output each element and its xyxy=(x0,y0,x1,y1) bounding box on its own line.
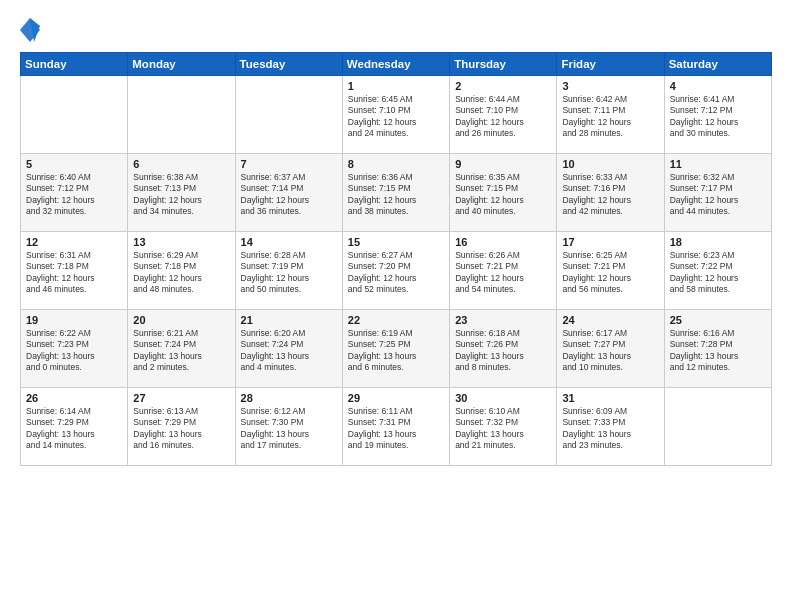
day-cell-26: 26Sunrise: 6:14 AM Sunset: 7:29 PM Dayli… xyxy=(21,388,128,466)
day-info: Sunrise: 6:31 AM Sunset: 7:18 PM Dayligh… xyxy=(26,250,122,296)
day-number: 3 xyxy=(562,80,658,92)
day-number: 24 xyxy=(562,314,658,326)
week-row-4: 19Sunrise: 6:22 AM Sunset: 7:23 PM Dayli… xyxy=(21,310,772,388)
day-number: 25 xyxy=(670,314,766,326)
day-info: Sunrise: 6:29 AM Sunset: 7:18 PM Dayligh… xyxy=(133,250,229,296)
day-cell-13: 13Sunrise: 6:29 AM Sunset: 7:18 PM Dayli… xyxy=(128,232,235,310)
day-info: Sunrise: 6:27 AM Sunset: 7:20 PM Dayligh… xyxy=(348,250,444,296)
day-info: Sunrise: 6:13 AM Sunset: 7:29 PM Dayligh… xyxy=(133,406,229,452)
day-info: Sunrise: 6:32 AM Sunset: 7:17 PM Dayligh… xyxy=(670,172,766,218)
day-cell-1: 1Sunrise: 6:45 AM Sunset: 7:10 PM Daylig… xyxy=(342,76,449,154)
day-cell-28: 28Sunrise: 6:12 AM Sunset: 7:30 PM Dayli… xyxy=(235,388,342,466)
empty-cell xyxy=(235,76,342,154)
day-info: Sunrise: 6:10 AM Sunset: 7:32 PM Dayligh… xyxy=(455,406,551,452)
day-info: Sunrise: 6:40 AM Sunset: 7:12 PM Dayligh… xyxy=(26,172,122,218)
day-cell-18: 18Sunrise: 6:23 AM Sunset: 7:22 PM Dayli… xyxy=(664,232,771,310)
day-cell-25: 25Sunrise: 6:16 AM Sunset: 7:28 PM Dayli… xyxy=(664,310,771,388)
day-info: Sunrise: 6:09 AM Sunset: 7:33 PM Dayligh… xyxy=(562,406,658,452)
empty-cell xyxy=(128,76,235,154)
empty-cell xyxy=(21,76,128,154)
day-info: Sunrise: 6:41 AM Sunset: 7:12 PM Dayligh… xyxy=(670,94,766,140)
weekday-header-saturday: Saturday xyxy=(664,53,771,76)
day-info: Sunrise: 6:20 AM Sunset: 7:24 PM Dayligh… xyxy=(241,328,337,374)
weekday-header-sunday: Sunday xyxy=(21,53,128,76)
day-info: Sunrise: 6:18 AM Sunset: 7:26 PM Dayligh… xyxy=(455,328,551,374)
day-info: Sunrise: 6:45 AM Sunset: 7:10 PM Dayligh… xyxy=(348,94,444,140)
day-info: Sunrise: 6:26 AM Sunset: 7:21 PM Dayligh… xyxy=(455,250,551,296)
day-number: 14 xyxy=(241,236,337,248)
day-info: Sunrise: 6:44 AM Sunset: 7:10 PM Dayligh… xyxy=(455,94,551,140)
weekday-header-friday: Friday xyxy=(557,53,664,76)
day-cell-30: 30Sunrise: 6:10 AM Sunset: 7:32 PM Dayli… xyxy=(450,388,557,466)
calendar-table: SundayMondayTuesdayWednesdayThursdayFrid… xyxy=(20,52,772,466)
day-info: Sunrise: 6:22 AM Sunset: 7:23 PM Dayligh… xyxy=(26,328,122,374)
day-number: 18 xyxy=(670,236,766,248)
day-cell-27: 27Sunrise: 6:13 AM Sunset: 7:29 PM Dayli… xyxy=(128,388,235,466)
day-info: Sunrise: 6:19 AM Sunset: 7:25 PM Dayligh… xyxy=(348,328,444,374)
day-cell-21: 21Sunrise: 6:20 AM Sunset: 7:24 PM Dayli… xyxy=(235,310,342,388)
day-number: 8 xyxy=(348,158,444,170)
day-number: 10 xyxy=(562,158,658,170)
day-number: 19 xyxy=(26,314,122,326)
day-info: Sunrise: 6:36 AM Sunset: 7:15 PM Dayligh… xyxy=(348,172,444,218)
day-info: Sunrise: 6:16 AM Sunset: 7:28 PM Dayligh… xyxy=(670,328,766,374)
weekday-header-monday: Monday xyxy=(128,53,235,76)
day-cell-10: 10Sunrise: 6:33 AM Sunset: 7:16 PM Dayli… xyxy=(557,154,664,232)
header xyxy=(20,16,772,44)
logo-icon xyxy=(20,16,40,44)
day-cell-17: 17Sunrise: 6:25 AM Sunset: 7:21 PM Dayli… xyxy=(557,232,664,310)
day-number: 23 xyxy=(455,314,551,326)
day-cell-24: 24Sunrise: 6:17 AM Sunset: 7:27 PM Dayli… xyxy=(557,310,664,388)
day-info: Sunrise: 6:38 AM Sunset: 7:13 PM Dayligh… xyxy=(133,172,229,218)
weekday-header-thursday: Thursday xyxy=(450,53,557,76)
day-cell-3: 3Sunrise: 6:42 AM Sunset: 7:11 PM Daylig… xyxy=(557,76,664,154)
day-number: 11 xyxy=(670,158,766,170)
weekday-header-tuesday: Tuesday xyxy=(235,53,342,76)
day-number: 1 xyxy=(348,80,444,92)
day-number: 16 xyxy=(455,236,551,248)
day-number: 6 xyxy=(133,158,229,170)
day-number: 17 xyxy=(562,236,658,248)
day-cell-9: 9Sunrise: 6:35 AM Sunset: 7:15 PM Daylig… xyxy=(450,154,557,232)
day-cell-14: 14Sunrise: 6:28 AM Sunset: 7:19 PM Dayli… xyxy=(235,232,342,310)
day-cell-19: 19Sunrise: 6:22 AM Sunset: 7:23 PM Dayli… xyxy=(21,310,128,388)
day-cell-23: 23Sunrise: 6:18 AM Sunset: 7:26 PM Dayli… xyxy=(450,310,557,388)
day-number: 13 xyxy=(133,236,229,248)
day-cell-11: 11Sunrise: 6:32 AM Sunset: 7:17 PM Dayli… xyxy=(664,154,771,232)
day-number: 7 xyxy=(241,158,337,170)
day-number: 15 xyxy=(348,236,444,248)
day-number: 4 xyxy=(670,80,766,92)
week-row-2: 5Sunrise: 6:40 AM Sunset: 7:12 PM Daylig… xyxy=(21,154,772,232)
week-row-5: 26Sunrise: 6:14 AM Sunset: 7:29 PM Dayli… xyxy=(21,388,772,466)
page: SundayMondayTuesdayWednesdayThursdayFrid… xyxy=(0,0,792,612)
day-info: Sunrise: 6:33 AM Sunset: 7:16 PM Dayligh… xyxy=(562,172,658,218)
day-cell-2: 2Sunrise: 6:44 AM Sunset: 7:10 PM Daylig… xyxy=(450,76,557,154)
day-cell-16: 16Sunrise: 6:26 AM Sunset: 7:21 PM Dayli… xyxy=(450,232,557,310)
week-row-3: 12Sunrise: 6:31 AM Sunset: 7:18 PM Dayli… xyxy=(21,232,772,310)
day-cell-5: 5Sunrise: 6:40 AM Sunset: 7:12 PM Daylig… xyxy=(21,154,128,232)
day-cell-7: 7Sunrise: 6:37 AM Sunset: 7:14 PM Daylig… xyxy=(235,154,342,232)
day-info: Sunrise: 6:35 AM Sunset: 7:15 PM Dayligh… xyxy=(455,172,551,218)
day-cell-31: 31Sunrise: 6:09 AM Sunset: 7:33 PM Dayli… xyxy=(557,388,664,466)
day-number: 29 xyxy=(348,392,444,404)
weekday-header-row: SundayMondayTuesdayWednesdayThursdayFrid… xyxy=(21,53,772,76)
day-info: Sunrise: 6:12 AM Sunset: 7:30 PM Dayligh… xyxy=(241,406,337,452)
day-cell-8: 8Sunrise: 6:36 AM Sunset: 7:15 PM Daylig… xyxy=(342,154,449,232)
day-info: Sunrise: 6:17 AM Sunset: 7:27 PM Dayligh… xyxy=(562,328,658,374)
day-info: Sunrise: 6:11 AM Sunset: 7:31 PM Dayligh… xyxy=(348,406,444,452)
day-info: Sunrise: 6:37 AM Sunset: 7:14 PM Dayligh… xyxy=(241,172,337,218)
day-info: Sunrise: 6:28 AM Sunset: 7:19 PM Dayligh… xyxy=(241,250,337,296)
day-number: 30 xyxy=(455,392,551,404)
day-number: 27 xyxy=(133,392,229,404)
day-info: Sunrise: 6:42 AM Sunset: 7:11 PM Dayligh… xyxy=(562,94,658,140)
day-number: 22 xyxy=(348,314,444,326)
day-cell-20: 20Sunrise: 6:21 AM Sunset: 7:24 PM Dayli… xyxy=(128,310,235,388)
day-number: 12 xyxy=(26,236,122,248)
day-cell-4: 4Sunrise: 6:41 AM Sunset: 7:12 PM Daylig… xyxy=(664,76,771,154)
day-cell-12: 12Sunrise: 6:31 AM Sunset: 7:18 PM Dayli… xyxy=(21,232,128,310)
day-number: 5 xyxy=(26,158,122,170)
day-number: 31 xyxy=(562,392,658,404)
day-number: 9 xyxy=(455,158,551,170)
day-info: Sunrise: 6:21 AM Sunset: 7:24 PM Dayligh… xyxy=(133,328,229,374)
day-number: 26 xyxy=(26,392,122,404)
